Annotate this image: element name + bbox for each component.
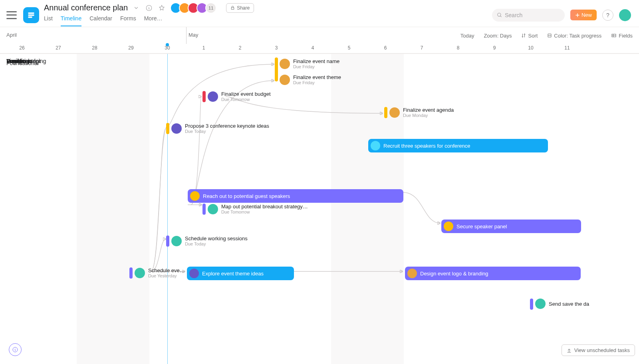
avatar (208, 91, 218, 102)
avatar (280, 59, 290, 69)
date-cell: 11 (564, 45, 570, 51)
date-cell: 30 (165, 45, 170, 51)
search-placeholder: Search (505, 12, 522, 18)
date-cell: 8 (457, 45, 460, 51)
date-cell: 29 (128, 45, 133, 51)
avatar (208, 204, 218, 214)
date-cell: 3 (275, 45, 278, 51)
task-pill (530, 299, 533, 310)
avatar (444, 222, 453, 231)
avatar (371, 141, 380, 150)
today-line (167, 53, 168, 364)
share-button[interactable]: Share (226, 3, 254, 13)
tab-calendar[interactable]: Calendar (89, 15, 112, 26)
svg-point-4 (498, 13, 501, 16)
task-finalize-budget[interactable]: Finalize event budgetDue Tomorrow (208, 91, 271, 102)
tab-list[interactable]: List (44, 15, 53, 26)
date-cell: 4 (312, 45, 314, 51)
avatar (280, 75, 290, 85)
date-cell: 10 (528, 45, 533, 51)
date-cell: 7 (421, 45, 423, 51)
tab-more[interactable]: More… (144, 15, 163, 26)
date-cell: 27 (56, 45, 61, 51)
avatar-overflow: 11 (205, 2, 216, 14)
task-explore-theme[interactable]: Explore event theme ideas (187, 267, 294, 280)
hamburger-icon[interactable] (6, 11, 17, 19)
avatar (135, 268, 145, 278)
date-cell: 1 (202, 45, 205, 51)
svg-rect-2 (28, 16, 32, 18)
avatar (171, 123, 182, 134)
date-cell: 5 (348, 45, 351, 51)
fields-button[interactable]: Fields (611, 33, 633, 39)
task-pill (202, 204, 206, 215)
task-schedule-sessions[interactable]: Schedule working sessionsDue Today (171, 235, 248, 246)
task-finalize-theme[interactable]: Finalize event themeDue Friday (280, 74, 341, 85)
task-pill (275, 57, 278, 81)
month-label-april: April (6, 32, 17, 38)
page-title: Annual conference plan (44, 3, 128, 12)
svg-rect-0 (28, 12, 34, 14)
help-button[interactable]: ? (602, 10, 613, 21)
new-label: New (581, 12, 592, 18)
star-icon[interactable] (157, 4, 166, 12)
avatar (389, 107, 400, 118)
task-secure-panel[interactable]: Secure speaker panel (441, 220, 581, 233)
task-send-save-date[interactable]: Send save the da (535, 299, 589, 309)
date-cell: 2 (239, 45, 242, 51)
avatar (407, 269, 417, 278)
task-pill (202, 91, 206, 102)
user-avatar[interactable] (619, 9, 631, 21)
info-bubble-button[interactable] (9, 343, 22, 356)
date-cell: 6 (384, 45, 387, 51)
svg-rect-1 (28, 14, 34, 16)
today-button[interactable]: Today (460, 33, 474, 39)
date-cell: 26 (19, 45, 24, 51)
section-label-promotion: Promotion (6, 58, 32, 64)
month-label-may: May (189, 32, 198, 38)
member-avatars[interactable]: 11 (173, 2, 216, 14)
weekend-shade (77, 53, 149, 364)
view-unscheduled-button[interactable]: View unscheduled tasks (562, 344, 635, 356)
avatar (189, 269, 199, 278)
info-icon[interactable] (145, 4, 153, 12)
chevron-down-icon[interactable] (132, 4, 141, 12)
task-propose-keynote[interactable]: Propose 3 conference keynote ideasDue To… (171, 123, 269, 134)
task-pill (166, 123, 169, 134)
month-separator (186, 27, 187, 44)
zoom-button[interactable]: Zoom: Days (484, 33, 512, 39)
tab-timeline[interactable]: Timeline (61, 15, 81, 26)
sort-button[interactable]: Sort (521, 33, 538, 39)
task-design-logo[interactable]: Design event logo & branding (405, 267, 581, 280)
date-cell: 28 (92, 45, 97, 51)
task-schedule-event[interactable]: Schedule event …Due Yesterday (135, 267, 186, 278)
new-button[interactable]: New (570, 10, 597, 20)
task-map-breakout[interactable]: Map out potential breakout strategy top…… (208, 204, 309, 214)
weekend-shade (331, 53, 404, 364)
avatar (171, 236, 182, 246)
search-icon (497, 12, 502, 18)
task-pill (129, 267, 133, 279)
share-label: Share (237, 5, 250, 11)
task-pill (384, 107, 387, 118)
avatar (535, 299, 546, 309)
project-icon (23, 7, 39, 23)
task-finalize-agenda[interactable]: Finalize event agendaDue Monday (389, 107, 454, 118)
color-button[interactable]: Color: Task progress (547, 33, 601, 39)
task-reach-out-speakers[interactable]: Reach out to potential guest speakers (188, 189, 403, 203)
task-recruit-speakers[interactable]: Recruit three speakers for conference (368, 139, 548, 152)
date-cell: 9 (493, 45, 496, 51)
avatar (190, 191, 200, 201)
tab-forms[interactable]: Forms (120, 15, 136, 26)
task-finalize-name[interactable]: Finalize event nameDue Friday (280, 58, 339, 69)
task-pill (166, 235, 169, 247)
search-input[interactable]: Search (492, 9, 565, 22)
